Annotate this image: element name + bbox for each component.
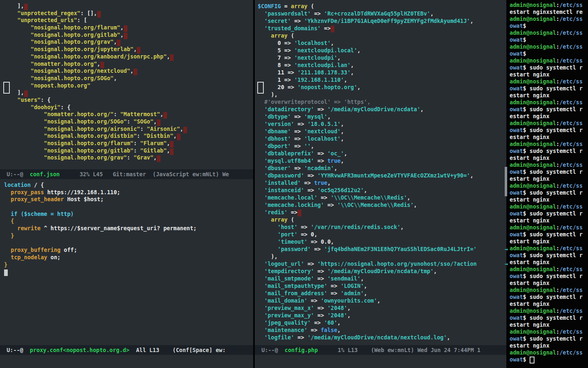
code-segment: owat [510,36,523,43]
screen: { "palette": { "emacs_bg": "#282d32", "t… [0,0,588,368]
emacs-middle-pane[interactable]: $CONFIG = array ( 'passwordsalt' => 'Rc+… [255,0,506,368]
code-line: admin@nosignal:/etc/ss [510,203,588,210]
code-segment: /etc/ss [559,182,583,189]
code-line: 8 => 'nextcloudpi.lan', [258,61,509,69]
modeline-buffer-name[interactable]: config.php [285,347,318,353]
modeline-buffer-name[interactable]: proxy.conf<nopost.hopto.org.d> [30,347,129,353]
code-line: array ( [258,32,509,39]
code-segment: => [298,224,311,230]
code-segment: admin@nosignal [510,29,556,36]
code-segment: admin@nosignal [510,57,556,64]
code-segment: , [364,187,367,193]
code-line: admin@nosignal:/etc/ss [510,78,588,85]
code-segment: , [134,46,137,52]
code-line: ), [258,91,509,98]
code-segment: : { [60,104,70,110]
code-segment: /etc/ss [559,16,583,22]
code-segment: => [291,128,304,135]
modeline-status: 32% L45 Git:master (JavaScript ew:mNLt) … [60,171,229,177]
code-segment: 'mysql.utf8mb4' [258,157,314,164]
code-segment: '\\OC\\Memcache\\Redis' [337,202,414,208]
code-segment: owat [510,356,523,363]
emacs-left-pane[interactable]: ], "unprotected_regex": [], "unprotected… [0,0,253,368]
code-segment: owat [510,294,523,300]
code-line: owat$ sudo systemctl r [510,148,588,155]
code-segment: , [167,147,170,154]
code-segment: => [291,165,304,171]
code-segment: estart nginx [510,134,550,140]
code-segment: 'admin' [341,290,364,296]
code-segment: #'overwriteprotocol' => 'https', [258,99,370,105]
code-segment: 'version' [258,121,294,127]
code-segment: 'dbhost' [258,135,291,142]
code-line: admin@nosignal:/etc/ss [510,307,588,314]
code-line: ], [4,89,257,96]
code-line: owat$ sudo systemctl r [510,335,588,342]
code-segment: , [344,150,347,157]
code-segment: => [314,106,327,112]
code-line: 'secret' => 'YkhznvFDe/i1BP7G1ALqeD0eFf9… [258,17,509,25]
code-segment: 0 => [258,40,294,46]
code-line: "nosignal.hopto.org/flarum", [4,24,257,31]
modeline-conf-json[interactable]: U:--@ conf.json 32% L45 Git:master (Java… [0,169,253,179]
code-segment: admin@nosignal [510,287,556,293]
code-segment: 'mail_from_address' [258,290,327,296]
code-line: admin@nosignal:/etc/ss [510,99,588,106]
code-segment: $ sudo systemctl r [523,127,583,133]
code-segment: / { [31,182,44,188]
code-segment: : [556,29,559,36]
window-conf-json[interactable]: ], "unprotected_regex": [], "unprotected… [0,2,257,168]
modeline-prefix: U:--@ [258,347,285,353]
code-segment: 'mail_smtpmode' [258,275,314,282]
code-segment: => [314,268,327,274]
code-segment: => [327,290,341,296]
code-segment: "SOGo" [134,118,154,125]
code-segment: 'Rc+crozalDTdRWVXaGq55plHZ0TEBv' [324,10,430,17]
terminal-scrollbar[interactable] [505,167,507,196]
code-line: admin@nosignal:/etc/ss [510,16,588,22]
code-segment: /etc/ss [559,99,583,105]
terminal-pane[interactable]: admin@nosignal:/etc/ssestart nginxstemct… [508,0,588,368]
code-segment: : [556,287,559,293]
code-segment: 'datadirectory' [258,106,314,112]
code-segment: "Distbin" [143,132,173,139]
code-line: 'dbtableprefix' => 'oc_', [258,150,509,157]
code-segment: : [ [77,17,87,23]
code-segment: , [377,297,381,304]
code-segment: : [], [80,10,97,16]
code-segment: '/media/myCloudDrive/ncdata/nextcloud.lo… [307,334,447,341]
code-segment: 'dbuser' [258,165,291,171]
trailing-whitespace-marker [100,62,104,68]
code-segment: , [364,283,367,289]
code-segment: : [556,203,559,210]
code-segment: => [287,209,297,215]
code-line: estart nginx [510,196,588,203]
code-segment: admin@nosignal [510,203,556,210]
terminal-scrollback[interactable]: admin@nosignal:/etc/ssestart nginxstemct… [508,2,588,366]
code-segment: '2048' [327,312,347,319]
code-segment: on; [47,254,61,260]
window-config-php[interactable]: $CONFIG = array ( 'passwordsalt' => 'Rc+… [255,2,509,345]
code-line: admin@nosignal:/etc/ss [510,43,588,50]
code-segment: : [556,349,559,356]
modeline-buffer-name[interactable]: conf.json [30,171,60,177]
code-segment: 'dbpassword' [258,172,304,179]
code-segment: '/media/myCloudDrive/ncdata' [327,106,421,112]
code-line: array ( [258,216,509,223]
code-segment: => [294,121,307,127]
code-line: 'tempdirectory' => '/media/myCloudDrive/… [258,267,509,275]
code-line: 'installed' => true, [258,179,509,186]
window-proxy-conf[interactable]: location / { proxy_pass https://192.168.… [0,182,257,344]
code-segment: : { [40,96,50,103]
code-segment: estart nginx [510,155,550,161]
code-line: "nosignal.hopto.org/jupyterlab", [4,46,257,53]
code-line: 'passwordsalt' => 'Rc+crozalDTdRWVXaGq55… [258,10,509,17]
modeline-proxy-conf[interactable]: U:--@ proxy.conf<nopost.hopto.org.d> All… [0,345,253,355]
code-segment: 'jfq4bdhaNEm2F3N1E8hQ7YauSShlEDSac0RuJ4L… [324,246,477,252]
code-segment: , [364,290,367,296]
modeline-config-php[interactable]: U:--@ config.php 1% L13 (Web ew:mnLt) We… [255,345,506,355]
code-line: ], [4,2,257,10]
code-segment: "nosignal.hopto.org/flarum" [4,24,120,31]
code-segment: "nosignal.hopto.org/nextcloud" [4,67,130,74]
code-line: 7 => 'nextcloudpi', [258,54,509,61]
